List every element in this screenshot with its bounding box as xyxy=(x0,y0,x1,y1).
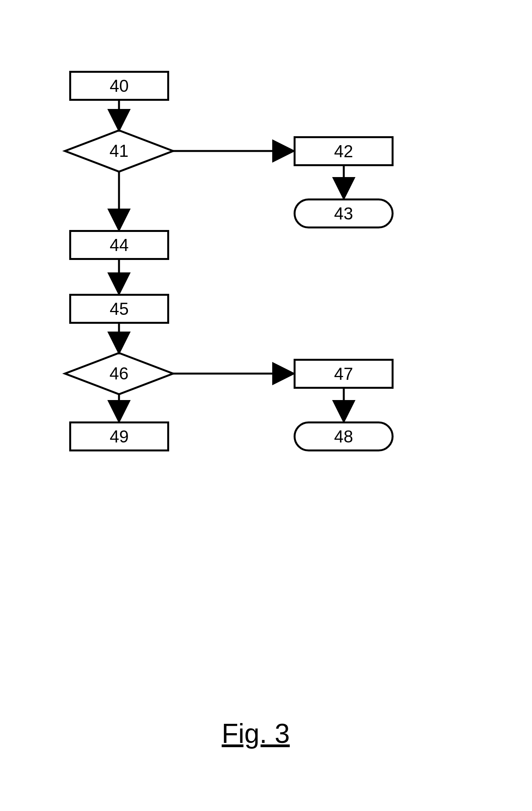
box-45-label: 45 xyxy=(110,299,129,319)
terminator-43: 43 xyxy=(294,198,394,228)
decision-diamond-41: 41 xyxy=(65,130,173,172)
box-49-label: 49 xyxy=(110,427,129,446)
box-40-label: 40 xyxy=(110,76,129,96)
process-box-45: 45 xyxy=(69,294,169,324)
diamond-46-label: 46 xyxy=(110,364,129,383)
terminator-48: 48 xyxy=(294,421,394,451)
box-42-label: 42 xyxy=(334,142,353,161)
box-48-label: 48 xyxy=(334,427,353,446)
flowchart-canvas: 40 42 43 44 45 47 48 49 Fig. 3 xyxy=(0,0,532,811)
process-box-47: 47 xyxy=(294,359,394,389)
process-box-44: 44 xyxy=(69,230,169,260)
box-44-label: 44 xyxy=(110,235,129,255)
diamond-41-label: 41 xyxy=(110,141,129,160)
svg-marker-0 xyxy=(65,130,173,172)
decision-diamond-46: 46 xyxy=(65,353,173,394)
process-box-42: 42 xyxy=(294,136,394,166)
box-43-label: 43 xyxy=(334,204,353,223)
flowchart-svg: 41 46 xyxy=(0,0,532,811)
figure-caption: Fig. 3 xyxy=(222,718,290,749)
process-box-49: 49 xyxy=(69,421,169,451)
process-box-40: 40 xyxy=(69,71,169,101)
svg-marker-1 xyxy=(65,353,173,394)
box-47-label: 47 xyxy=(334,364,353,384)
